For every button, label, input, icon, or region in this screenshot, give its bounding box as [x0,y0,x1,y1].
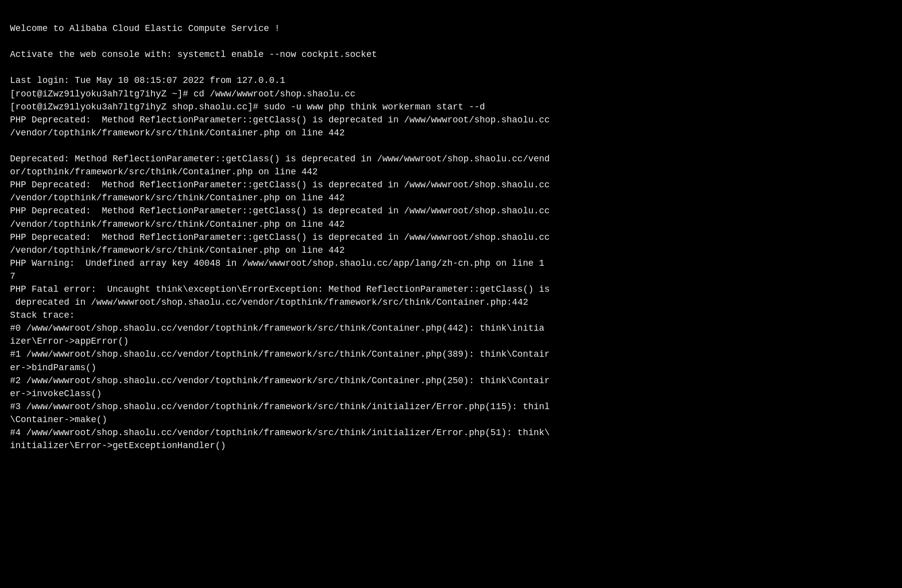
terminal-line-trace2b: er->invokeClass() [10,387,892,400]
empty-line [10,35,892,48]
terminal-line-php-dep1a: PHP Deprecated: Method ReflectionParamet… [10,113,892,126]
terminal-line-trace1a: #1 /www/wwwroot/shop.shaolu.cc/vendor/to… [10,348,892,361]
terminal-line-trace3a: #3 /www/wwwroot/shop.shaolu.cc/vendor/to… [10,400,892,413]
terminal-line-trace0b: izer\Error->appError() [10,335,892,348]
terminal-line-welcome: Welcome to Alibaba Cloud Elastic Compute… [10,22,892,35]
terminal-line-trace3b: \Container->make() [10,413,892,426]
terminal-line-php-dep4a: PHP Deprecated: Method ReflectionParamet… [10,204,892,217]
terminal-line-trace0a: #0 /www/wwwroot/shop.shaolu.cc/vendor/to… [10,322,892,335]
terminal-line-fatal1: PHP Fatal error: Uncaught think\exceptio… [10,283,892,296]
terminal-line-php-dep4b: /vendor/topthink/framework/src/think/Con… [10,218,892,231]
terminal-line-dep2b: or/topthink/framework/src/think/Containe… [10,165,892,178]
terminal-line-trace1b: er->bindParams() [10,361,892,374]
terminal-line-cd-cmd: [root@iZwz91lyoku3ah7ltg7ihyZ ~]# cd /ww… [10,87,892,100]
terminal-line-php-warn2: 7 [10,270,892,283]
terminal-output: Welcome to Alibaba Cloud Elastic Compute… [10,9,892,452]
terminal-line-trace4b: initializer\Error->getExceptionHandler() [10,439,892,452]
terminal-line-php-dep5a: PHP Deprecated: Method ReflectionParamet… [10,231,892,244]
terminal-line-lastlogin: Last login: Tue May 10 08:15:07 2022 fro… [10,74,892,87]
terminal-line-php-dep3b: /vendor/topthink/framework/src/think/Con… [10,191,892,204]
terminal-line-stack-trace: Stack trace: [10,309,892,322]
terminal-line-php-dep3a: PHP Deprecated: Method ReflectionParamet… [10,178,892,191]
terminal-line-trace2a: #2 /www/wwwroot/shop.shaolu.cc/vendor/to… [10,374,892,387]
terminal-line-sudo-cmd: [root@iZwz91lyoku3ah7ltg7ihyZ shop.shaol… [10,100,892,113]
empty-line [10,139,892,152]
terminal-line-fatal2: deprecated in /www/wwwroot/shop.shaolu.c… [10,296,892,309]
terminal-line-trace4a: #4 /www/wwwroot/shop.shaolu.cc/vendor/to… [10,426,892,439]
terminal-line-php-dep1b: /vendor/topthink/framework/src/think/Con… [10,126,892,139]
empty-line [10,61,892,74]
terminal-line-activate: Activate the web console with: systemctl… [10,48,892,61]
terminal-line-php-dep5b: /vendor/topthink/framework/src/think/Con… [10,244,892,257]
terminal-line-php-warn1: PHP Warning: Undefined array key 40048 i… [10,257,892,270]
terminal-line-dep2a: Deprecated: Method ReflectionParameter::… [10,152,892,165]
